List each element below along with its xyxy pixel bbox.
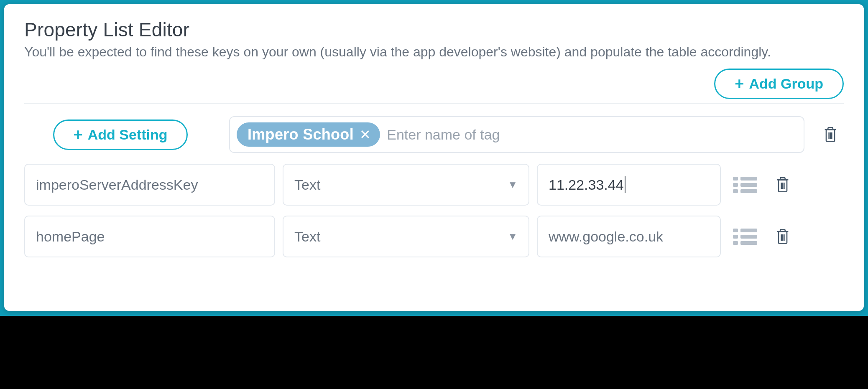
page-title: Property List Editor (24, 18, 844, 41)
setting-key-field[interactable]: homePage (24, 216, 275, 257)
svg-rect-11 (740, 235, 757, 239)
delete-group-button[interactable] (817, 124, 844, 145)
setting-key-value: imperoServerAddressKey (36, 177, 198, 193)
close-icon[interactable]: ✕ (360, 128, 371, 141)
text-cursor (625, 176, 625, 193)
setting-type-select[interactable]: Text ▼ (283, 164, 529, 206)
setting-value-field[interactable]: 11.22.33.44 (537, 164, 721, 206)
trash-icon (774, 174, 791, 195)
add-group-button[interactable]: + Add Group (714, 69, 844, 99)
editor-card: Property List Editor You'll be expected … (4, 4, 864, 311)
svg-rect-4 (740, 183, 757, 187)
svg-rect-2 (740, 177, 757, 181)
setting-key-field[interactable]: imperoServerAddressKey (24, 164, 275, 206)
setting-value-text: 11.22.33.44 (549, 177, 624, 193)
chevron-down-icon: ▼ (508, 179, 518, 191)
svg-rect-5 (733, 189, 738, 193)
tag-name-input[interactable] (386, 126, 797, 143)
trash-icon (822, 124, 839, 145)
svg-rect-6 (740, 189, 757, 193)
plus-icon: + (74, 127, 83, 142)
add-setting-label: Add Setting (88, 127, 168, 143)
delete-setting-button[interactable] (769, 216, 796, 257)
svg-rect-9 (740, 229, 757, 232)
reorder-handle[interactable] (728, 216, 762, 257)
add-group-label: Add Group (749, 76, 823, 92)
setting-type-value: Text (294, 229, 320, 245)
svg-rect-12 (733, 241, 738, 245)
reorder-handle[interactable] (728, 164, 762, 206)
tag-input[interactable]: Impero School ✕ (229, 116, 804, 153)
svg-rect-13 (740, 241, 757, 245)
tag-chip-label: Impero School (248, 126, 354, 143)
editor-frame: Property List Editor You'll be expected … (0, 0, 868, 316)
setting-type-select[interactable]: Text ▼ (283, 216, 529, 257)
tag-row: + Add Setting Impero School ✕ (24, 116, 844, 153)
setting-key-value: homePage (36, 229, 105, 245)
tag-chip[interactable]: Impero School ✕ (237, 122, 380, 147)
plus-icon: + (735, 76, 744, 92)
setting-row: imperoServerAddressKey Text ▼ 11.22.33.4… (24, 164, 844, 206)
header-divider-row: + Add Group (24, 64, 844, 104)
add-setting-wrap: + Add Setting (24, 119, 217, 150)
chevron-down-icon: ▼ (508, 231, 518, 242)
list-icon (733, 176, 757, 193)
add-setting-button[interactable]: + Add Setting (53, 119, 188, 150)
list-icon (733, 228, 757, 245)
page-subtitle: You'll be expected to find these keys on… (24, 44, 844, 60)
svg-rect-10 (733, 235, 738, 239)
svg-rect-3 (733, 183, 738, 187)
setting-row: homePage Text ▼ www.google.co.uk (24, 216, 844, 257)
svg-rect-1 (733, 177, 738, 181)
delete-setting-button[interactable] (769, 164, 796, 206)
trash-icon (774, 226, 791, 247)
setting-value-text: www.google.co.uk (549, 229, 663, 245)
svg-rect-8 (733, 229, 738, 232)
setting-value-field[interactable]: www.google.co.uk (537, 216, 721, 257)
setting-type-value: Text (294, 177, 320, 193)
